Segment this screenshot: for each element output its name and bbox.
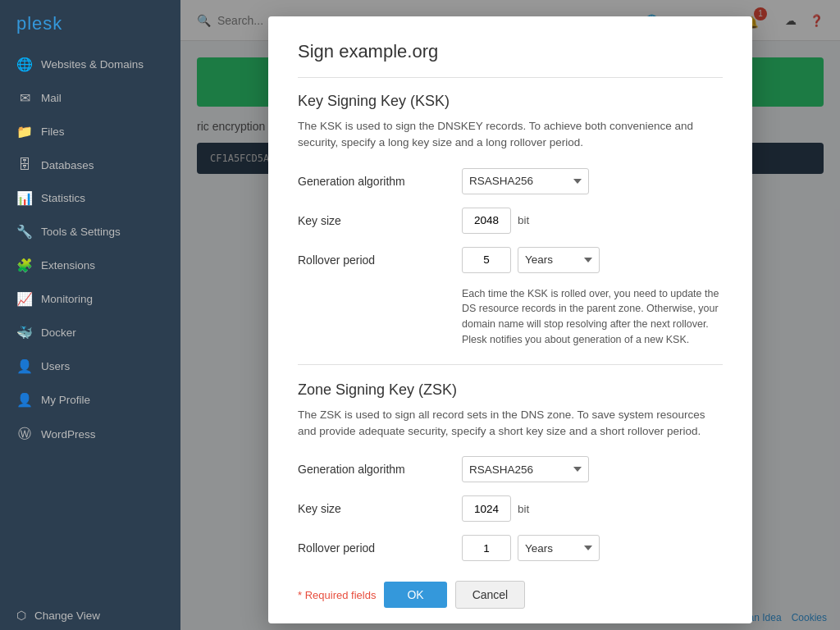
cancel-button[interactable]: Cancel (455, 581, 526, 609)
ksk-algo-label: Generation algorithm (298, 175, 462, 188)
logo-text: plesk (16, 13, 62, 34)
ksk-keysize-control: bit (462, 208, 529, 234)
zsk-keysize-row: Key size bit (298, 495, 723, 522)
sidebar-item-users[interactable]: 👤 Users (0, 349, 180, 383)
sidebar-item-label: Extensions (41, 259, 95, 272)
sidebar-item-label: Statistics (41, 192, 85, 204)
zsk-algo-control: RSASHA256 RSASHA512 ECDSAP256SHA256 (462, 456, 589, 482)
zsk-description: The ZSK is used to sign all record sets … (298, 407, 723, 441)
sidebar-item-label: Docker (41, 326, 76, 339)
ksk-algo-control: RSASHA256 RSASHA512 ECDSAP256SHA256 (462, 168, 589, 194)
ksk-keysize-input[interactable] (462, 208, 511, 234)
zsk-keysize-unit: bit (518, 503, 529, 515)
zsk-rollover-row: Rollover period Days Weeks Months Years (298, 535, 723, 561)
ksk-keysize-label: Key size (298, 214, 462, 227)
modal-footer: * Required fields OK Cancel (298, 581, 723, 609)
sidebar-item-label: Websites & Domains (41, 58, 144, 71)
sidebar-item-databases[interactable]: 🗄 Databases (0, 148, 180, 181)
ksk-keysize-unit: bit (518, 214, 529, 226)
sidebar-item-mail[interactable]: ✉ Mail (0, 81, 180, 115)
ksk-keysize-row: Key size bit (298, 208, 723, 234)
sidebar-item-myprofile[interactable]: 👤 My Profile (0, 383, 180, 417)
tools-icon: 🔧 (16, 224, 33, 240)
sidebar-item-label: Monitoring (41, 293, 93, 305)
change-view-label: Change View (34, 609, 100, 622)
users-icon: 👤 (16, 358, 33, 374)
ksk-rollover-label: Rollover period (298, 253, 462, 267)
ksk-rollover-unit-select[interactable]: Days Weeks Months Years (518, 247, 600, 273)
sidebar-item-label: WordPress (41, 428, 96, 441)
zsk-rollover-unit-select[interactable]: Days Weeks Months Years (518, 535, 600, 561)
required-fields-note: * Required fields (298, 589, 376, 601)
ksk-description: The KSK is used to sign the DNSKEY recor… (298, 118, 723, 152)
modal-overlay: Sign example.org Key Signing Key (KSK) T… (180, 0, 840, 630)
sidebar-item-label: My Profile (41, 394, 90, 406)
files-icon: 📁 (16, 124, 33, 139)
modal-title: Sign example.org (298, 41, 723, 78)
change-view[interactable]: ⬡ Change View (0, 600, 180, 630)
sidebar-item-label: Users (41, 360, 70, 372)
mail-icon: ✉ (16, 90, 33, 106)
ksk-rollover-input[interactable] (462, 247, 511, 273)
required-asterisk: * (298, 589, 305, 601)
sidebar-item-label: Files (41, 126, 65, 138)
zsk-rollover-input[interactable] (462, 535, 511, 561)
zsk-keysize-label: Key size (298, 502, 462, 515)
sidebar-item-websites[interactable]: 🌐 Websites & Domains (0, 48, 180, 81)
sidebar-item-tools[interactable]: 🔧 Tools & Settings (0, 215, 180, 249)
ok-button[interactable]: OK (384, 582, 446, 608)
sidebar-item-label: Databases (41, 159, 94, 171)
zsk-heading: Zone Signing Key (ZSK) (298, 381, 723, 399)
sidebar-item-files[interactable]: 📁 Files (0, 115, 180, 148)
extensions-icon: 🧩 (16, 258, 33, 273)
databases-icon: 🗄 (16, 158, 33, 172)
sign-domain-modal: Sign example.org Key Signing Key (KSK) T… (268, 16, 752, 623)
ksk-heading: Key Signing Key (KSK) (298, 93, 723, 110)
sidebar-item-label: Mail (41, 92, 62, 104)
ksk-hint: Each time the KSK is rolled over, you ne… (462, 286, 723, 348)
zsk-keysize-control: bit (462, 495, 529, 522)
logo: plesk (0, 0, 180, 48)
zsk-rollover-label: Rollover period (298, 541, 462, 555)
sidebar-nav: 🌐 Websites & Domains ✉ Mail 📁 Files 🗄 Da… (0, 48, 180, 600)
sidebar-item-label: Tools & Settings (41, 226, 121, 238)
statistics-icon: 📊 (16, 190, 33, 206)
zsk-rollover-control: Days Weeks Months Years (462, 535, 600, 561)
docker-icon: 🐳 (16, 325, 33, 340)
ksk-rollover-row: Rollover period Days Weeks Months Years (298, 247, 723, 273)
ksk-algo-row: Generation algorithm RSASHA256 RSASHA512… (298, 168, 723, 194)
zsk-algo-row: Generation algorithm RSASHA256 RSASHA512… (298, 456, 723, 482)
sidebar-item-extensions[interactable]: 🧩 Extensions (0, 249, 180, 282)
myprofile-icon: 👤 (16, 392, 33, 408)
sidebar-item-wordpress[interactable]: Ⓦ WordPress (0, 417, 180, 452)
monitoring-icon: 📈 (16, 291, 33, 307)
change-view-icon: ⬡ (16, 609, 26, 622)
zsk-algo-select[interactable]: RSASHA256 RSASHA512 ECDSAP256SHA256 (462, 456, 589, 482)
websites-icon: 🌐 (16, 57, 33, 72)
zsk-algo-label: Generation algorithm (298, 463, 462, 476)
sidebar-item-statistics[interactable]: 📊 Statistics (0, 181, 180, 215)
sidebar-item-monitoring[interactable]: 📈 Monitoring (0, 282, 180, 316)
ksk-algo-select[interactable]: RSASHA256 RSASHA512 ECDSAP256SHA256 (462, 168, 589, 194)
sidebar: plesk 🌐 Websites & Domains ✉ Mail 📁 File… (0, 0, 180, 630)
wordpress-icon: Ⓦ (16, 426, 33, 443)
section-divider (298, 364, 723, 365)
sidebar-item-docker[interactable]: 🐳 Docker (0, 316, 180, 349)
ksk-rollover-control: Days Weeks Months Years (462, 247, 600, 273)
zsk-keysize-input[interactable] (462, 495, 511, 522)
main-area: 🔍 Search... Administrator 🌐 All webspace… (180, 0, 840, 630)
